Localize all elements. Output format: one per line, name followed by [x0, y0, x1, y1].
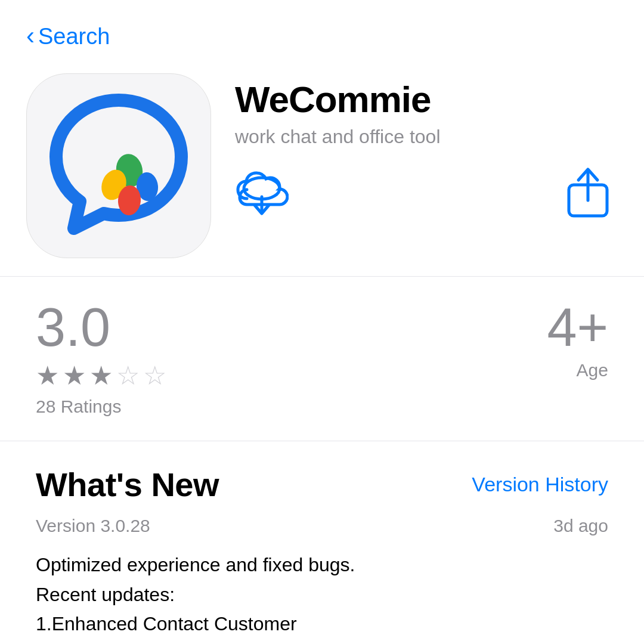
stars-row: ★ ★ ★ ☆ ☆: [36, 360, 166, 391]
star-2: ★: [63, 360, 86, 391]
rating-left: 3.0 ★ ★ ★ ☆ ☆ 28 Ratings: [36, 301, 166, 417]
rating-right: 4+ Age: [547, 301, 608, 380]
share-button[interactable]: [564, 166, 612, 222]
notes-line-1: Optimized experience and fixed bugs.: [36, 550, 608, 580]
more-link[interactable]: more: [565, 640, 608, 644]
star-5: ☆: [143, 360, 166, 391]
ratings-section: 3.0 ★ ★ ★ ☆ ☆ 28 Ratings 4+ Age: [0, 276, 644, 441]
download-icon: [235, 166, 289, 219]
app-store-detail-screen: ‹ Search: [0, 0, 644, 644]
whats-new-section: What's New Version History Version 3.0.2…: [0, 441, 644, 644]
version-history-link[interactable]: Version History: [472, 473, 608, 496]
ratings-count: 28 Ratings: [36, 397, 166, 417]
section-header: What's New Version History: [36, 465, 608, 504]
age-label: Age: [577, 360, 608, 380]
app-subtitle: work chat and office tool: [235, 126, 618, 148]
app-name: WeCommie: [235, 79, 618, 120]
age-value: 4+: [547, 301, 608, 354]
back-button[interactable]: ‹ Search: [26, 24, 618, 49]
app-logo-svg: [41, 88, 196, 243]
share-icon: [564, 166, 612, 219]
notes-line-2: Recent updates:: [36, 580, 608, 610]
notes-line-3: 1.Enhanced Contact Customer: [36, 609, 608, 639]
app-meta: WeCommie work chat and office tool: [235, 73, 618, 222]
app-actions: [235, 166, 618, 222]
section-title: What's New: [36, 465, 219, 504]
star-3: ★: [89, 360, 113, 391]
version-info-row: Version 3.0.28 3d ago: [36, 516, 608, 536]
version-time: 3d ago: [553, 516, 608, 536]
rating-score: 3.0: [36, 301, 166, 354]
app-icon: [26, 73, 211, 258]
star-4: ☆: [116, 360, 140, 391]
version-number: Version 3.0.28: [36, 516, 150, 536]
back-chevron-icon: ‹: [26, 23, 35, 48]
nav-header: ‹ Search: [0, 0, 644, 61]
update-notes: Optimized experience and fixed bugs. Rec…: [36, 550, 608, 639]
app-icon-wrapper: [26, 73, 211, 258]
back-label: Search: [38, 24, 110, 49]
download-button[interactable]: [235, 166, 289, 222]
star-1: ★: [36, 360, 59, 391]
app-info-section: WeCommie work chat and office tool: [0, 61, 644, 276]
